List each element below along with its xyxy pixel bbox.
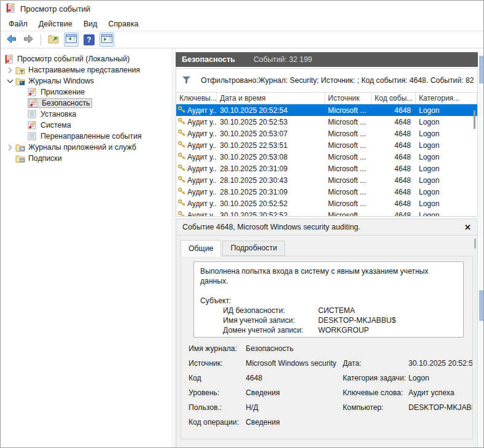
key-icon (178, 106, 185, 115)
table-header: Ключевы... Дата и время Источник Код соб… (176, 92, 477, 104)
open-saved-log-button[interactable] (46, 32, 61, 47)
console-tree: Просмотр событий (Локальный) Настраиваем… (1, 48, 171, 447)
back-arrow-icon (6, 34, 17, 45)
table-row[interactable]: Аудит у... 30.10.2025 20:52:54 Microsoft… (176, 104, 477, 116)
chevron-right-icon[interactable] (4, 67, 15, 74)
tree-item-forwarded-events[interactable]: Перенаправленные события (1, 131, 171, 142)
key-icon (178, 152, 185, 162)
folder-filter-icon (15, 66, 25, 74)
event-list-panel: Отфильтровано:Журнал: Security; Источник… (176, 68, 478, 217)
property-row: Уровень:Сведения Ключевые слова:Аудит ус… (181, 385, 472, 400)
tree-item-label: Система (41, 121, 71, 129)
table-row[interactable]: Аудит у... 30.10.2025 22:53:51 Microsoft… (176, 139, 477, 151)
log-icon (28, 121, 37, 129)
tree-item-label: Подписки (28, 154, 62, 163)
tree-item-system[interactable]: Система (1, 120, 171, 131)
log-plain-icon (28, 132, 37, 141)
log-icon (28, 88, 37, 96)
filter-banner: Отфильтровано:Журнал: Security; Источник… (176, 69, 477, 92)
app-icon (6, 3, 15, 15)
key-icon (178, 210, 185, 217)
open-saved-log-icon (48, 34, 59, 45)
key-icon (178, 199, 185, 209)
event-viewer-icon (4, 55, 14, 63)
tree-item-subscriptions[interactable]: Подписки (1, 153, 171, 164)
help-icon: ? (84, 34, 95, 45)
key-icon (178, 117, 185, 127)
tree-item-label: Настраиваемые представления (28, 66, 140, 74)
tree-item-setup[interactable]: Установка (1, 109, 171, 120)
column-header-keywords[interactable]: Ключевы... (176, 93, 217, 104)
log-icon (29, 99, 39, 107)
chevron-right-icon[interactable] (4, 144, 15, 151)
sort-ascending-icon (391, 93, 397, 101)
table-row[interactable]: Аудит у... 30.10.2025 20:53:08 Microsoft… (176, 151, 477, 163)
property-row: Код операции:Сведения (181, 415, 472, 430)
panel-divider[interactable] (171, 48, 176, 447)
menu-file[interactable]: Файл (3, 18, 33, 30)
chevron-down-icon[interactable] (4, 79, 15, 83)
detail-title: Событие 4648, Microsoft Windows security… (182, 223, 361, 231)
right-sliver-segment (479, 290, 484, 321)
menu-action[interactable]: Действие (33, 18, 78, 30)
menu-view[interactable]: Вид (78, 18, 103, 30)
column-header-source[interactable]: Источник (325, 93, 372, 104)
table-row[interactable]: Аудит у... 28.10.2025 20:31:09 Microsoft… (176, 163, 477, 174)
tree-item-label: Безопасность (42, 99, 90, 107)
action-pane-toggle-button[interactable] (100, 33, 114, 47)
general-tab-page: Выполнена попытка входа в систему с явны… (181, 256, 473, 439)
tree-item-label: Журналы приложений и служб (28, 143, 136, 152)
key-icon (178, 164, 185, 174)
event-description-box[interactable]: Выполнена попытка входа в систему с явны… (193, 261, 464, 338)
list-scrollbar[interactable] (474, 107, 476, 217)
tree-item-custom-views[interactable]: Настраиваемые представления (1, 64, 171, 75)
column-header-event-id[interactable]: Код собы... (372, 93, 416, 104)
property-row: Код4648 Категория задачи:Logon (181, 371, 472, 385)
right-edge-sliver (479, 52, 484, 447)
table-row[interactable]: Аудит у... 30.10.2025 20:52:53 Microsoft… (176, 116, 477, 128)
log-name: Безопасность (182, 55, 235, 64)
column-header-category[interactable]: Категория... (416, 93, 477, 104)
tree-item-security[interactable]: Безопасность (1, 98, 171, 109)
subject-field: Имя учетной записи:DESKTOP-MKJABBU$ (200, 315, 457, 325)
back-button[interactable] (4, 33, 18, 47)
list-scrollbar-thumb[interactable] (474, 110, 475, 129)
tree-item-apps-services-logs[interactable]: Журналы приложений и служб (1, 142, 171, 153)
tree-item-label: Журналы Windows (28, 77, 94, 85)
table-row[interactable]: Аудит у... 30.10.2025 20:52:52 Microsoft… (176, 198, 477, 209)
event-detail-pane: Событие 4648, Microsoft Windows security… (176, 218, 478, 448)
tab-details[interactable]: Подробности (222, 241, 285, 256)
table-row[interactable]: Аудит у... 30.10.2025 20:52:52 Microsoft… (176, 209, 477, 216)
tree-item-label: Просмотр событий (Локальный) (17, 55, 130, 63)
tree-selection: Безопасность (28, 98, 92, 108)
tree-item-root[interactable]: Просмотр событий (Локальный) (1, 53, 171, 64)
table-row[interactable]: Аудит у... 30.10.2025 20:53:07 Microsoft… (176, 128, 477, 139)
folder-icon (15, 143, 25, 152)
close-icon[interactable]: ✕ (464, 223, 471, 232)
column-header-datetime[interactable]: Дата и время (217, 93, 325, 104)
detail-header: Событие 4648, Microsoft Windows security… (176, 219, 477, 236)
detail-tabs: Общие Подробности (181, 240, 477, 256)
key-icon (178, 129, 185, 139)
help-button[interactable]: ? (82, 33, 96, 47)
subject-heading: Субъект: (200, 296, 457, 306)
menu-help[interactable]: Справка (103, 18, 144, 30)
title-bar: Просмотр событий (1, 1, 483, 17)
console-tree-toggle-button[interactable] (64, 33, 79, 47)
table-row[interactable]: Аудит у... 28.10.2025 20:31:09 Microsoft… (176, 186, 477, 198)
console-tree-icon (66, 34, 77, 45)
filter-text: Отфильтровано:Журнал: Security; Источник… (201, 76, 474, 85)
tree-item-label: Установка (41, 110, 76, 118)
table-row[interactable]: Аудит у... 28.10.2025 20:30:43 Microsoft… (176, 174, 477, 186)
forward-button[interactable] (21, 33, 36, 47)
subject-field: Домен учетной записи:WORKGROUP (200, 325, 457, 335)
menu-bar: Файл Действие Вид Справка (1, 17, 483, 31)
key-icon (178, 176, 185, 185)
tab-general[interactable]: Общие (181, 240, 221, 257)
folder-logs-icon (15, 77, 25, 85)
event-description: Выполнена попытка входа в систему с явны… (200, 266, 457, 286)
tree-item-windows-logs[interactable]: Журналы Windows (1, 75, 171, 87)
action-pane-icon (101, 34, 112, 45)
tree-item-application[interactable]: Приложение (1, 87, 171, 98)
results-header-bar: Безопасность Событий: 32 199 (176, 52, 478, 67)
